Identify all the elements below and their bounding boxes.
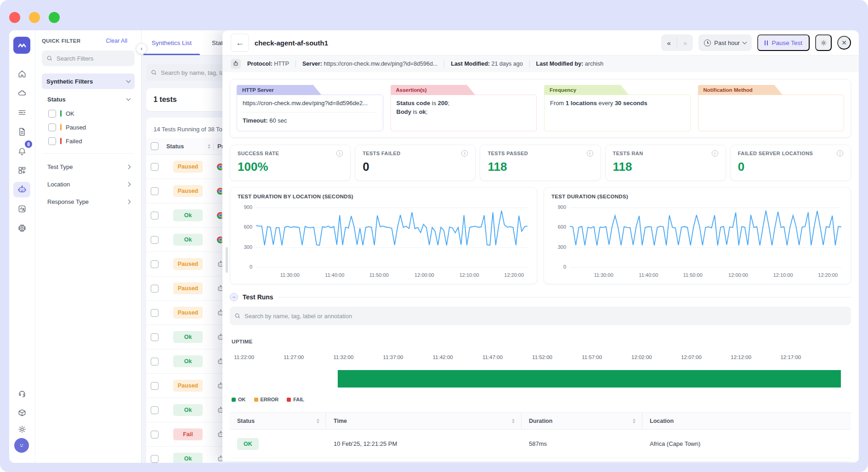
- filter-group-row[interactable]: Location: [42, 177, 135, 191]
- time-column-header[interactable]: Time: [334, 418, 347, 424]
- location-column-header[interactable]: Location: [650, 418, 674, 424]
- collapse-panel-button[interactable]: ‹: [136, 43, 147, 54]
- frequency-lines: From 1 locations every 30 seconds: [544, 95, 691, 131]
- chart-plot: 9006003000: [570, 208, 841, 267]
- maximize-window-button[interactable]: [49, 12, 60, 23]
- settings-gear-icon[interactable]: [13, 421, 30, 437]
- y-axis-tick: 300: [238, 244, 252, 250]
- row-checkbox[interactable]: [151, 163, 159, 171]
- collapse-section-icon[interactable]: −: [230, 293, 238, 301]
- frequency-tab: Frequency: [544, 85, 629, 95]
- sort-icon[interactable]: [317, 419, 319, 423]
- row-checkbox[interactable]: [151, 382, 159, 390]
- x-axis-tick: 12:00:00: [414, 272, 434, 278]
- integrations-icon[interactable]: [13, 163, 30, 178]
- info-icon[interactable]: i: [712, 150, 718, 157]
- uptime-timeline[interactable]: [230, 370, 851, 388]
- filter-group-row[interactable]: Response Type: [42, 194, 135, 209]
- status-option-label: OK: [66, 110, 74, 117]
- sort-icon[interactable]: [512, 419, 515, 423]
- infrastructure-chip-icon[interactable]: [13, 220, 30, 236]
- synthetic-filters-section[interactable]: Synthetic Filters: [42, 73, 135, 89]
- duration-column-header[interactable]: Duration: [529, 418, 552, 424]
- cloud-icon[interactable]: [13, 85, 30, 101]
- test-runs-search[interactable]: [230, 307, 851, 325]
- filter-group-label: Test Type: [47, 163, 73, 170]
- uptime-label: UPTIME: [232, 339, 253, 344]
- status-option-row[interactable]: Paused: [42, 120, 135, 134]
- runs-rows: OK 10 Feb'25, 12:21:25 PM 587ms Africa (…: [230, 430, 851, 458]
- chevron-right-icon: [126, 199, 131, 204]
- notification-lines: [698, 95, 845, 131]
- next-button[interactable]: »: [677, 39, 693, 47]
- status-column-header[interactable]: Status: [237, 418, 255, 424]
- rum-monitor-icon[interactable]: [13, 201, 30, 217]
- info-icon[interactable]: i: [587, 150, 593, 157]
- x-axis-tick: 11:40:00: [325, 272, 344, 278]
- alerts-bell-icon[interactable]: 8: [13, 143, 30, 159]
- sort-icon[interactable]: [208, 144, 210, 149]
- home-icon[interactable]: [13, 66, 30, 82]
- stat-label: SUCCESS RATE: [238, 151, 279, 156]
- checkbox[interactable]: [48, 110, 56, 118]
- checkbox[interactable]: [48, 137, 56, 145]
- row-checkbox[interactable]: [151, 309, 159, 317]
- test-runs-search-input[interactable]: [244, 313, 846, 320]
- uptime-tick: 11:27:00: [284, 354, 304, 360]
- uptime-tick: 11:52:00: [532, 354, 552, 360]
- row-checkbox[interactable]: [151, 406, 159, 414]
- checkbox[interactable]: [48, 124, 56, 131]
- info-icon[interactable]: i: [837, 150, 843, 157]
- filter-search-input[interactable]: [57, 55, 130, 62]
- logs-icon[interactable]: [13, 105, 30, 120]
- previous-button[interactable]: «: [661, 39, 677, 47]
- clear-all-link[interactable]: Clear All: [106, 38, 127, 44]
- notification-method-card: Notification Method: [698, 85, 845, 132]
- tab-synthetics-list[interactable]: Synthetics List: [142, 30, 202, 55]
- close-window-button[interactable]: [9, 12, 20, 23]
- x-axis-tick: 12:00:00: [728, 272, 748, 278]
- chevron-down-icon: [743, 40, 747, 45]
- middleware-logo[interactable]: [13, 37, 30, 54]
- row-checkbox[interactable]: [151, 285, 159, 292]
- time-range-selector[interactable]: Past hour: [698, 34, 752, 51]
- row-checkbox[interactable]: [151, 333, 159, 341]
- chevron-down-icon: [126, 79, 131, 83]
- status-filter-group[interactable]: Status: [42, 92, 135, 107]
- row-checkbox[interactable]: [151, 187, 159, 195]
- filter-group-row[interactable]: Test Type: [42, 159, 135, 174]
- status-option-row[interactable]: Failed: [42, 134, 135, 148]
- test-run-row[interactable]: OK 10 Feb'25, 12:21:25 PM 587ms Africa (…: [230, 430, 851, 458]
- status-column-header[interactable]: Status: [166, 143, 184, 150]
- scrollbar-thumb[interactable]: [226, 247, 228, 273]
- minimize-window-button[interactable]: [29, 12, 40, 23]
- support-headset-icon[interactable]: [13, 386, 30, 401]
- stat-card: TESTS RAN i 118: [605, 145, 726, 181]
- uptime-segment-ok[interactable]: [338, 370, 841, 388]
- row-checkbox[interactable]: [151, 358, 159, 365]
- back-button[interactable]: ←: [231, 34, 249, 52]
- row-checkbox[interactable]: [151, 260, 159, 268]
- synthetics-bot-icon[interactable]: [13, 182, 30, 197]
- pause-test-button[interactable]: Pause Test: [757, 34, 810, 51]
- row-checkbox[interactable]: [151, 236, 159, 244]
- settings-gear-button[interactable]: [815, 34, 832, 51]
- sort-icon[interactable]: [633, 419, 635, 423]
- row-checkbox[interactable]: [151, 431, 159, 438]
- status-option-row[interactable]: OK: [42, 107, 135, 120]
- status-badge: Ok: [173, 331, 203, 343]
- status-badge: Paused: [173, 307, 203, 319]
- package-box-icon[interactable]: [13, 405, 30, 421]
- row-checkbox[interactable]: [151, 212, 159, 219]
- document-icon[interactable]: [13, 124, 30, 140]
- row-checkbox[interactable]: [151, 455, 159, 463]
- user-avatar[interactable]: [14, 438, 29, 453]
- info-icon[interactable]: i: [461, 150, 468, 157]
- y-axis-tick: 0: [551, 264, 566, 270]
- filter-search[interactable]: [42, 51, 135, 66]
- close-panel-button[interactable]: ✕: [837, 36, 851, 50]
- legend-label: OK: [238, 397, 246, 402]
- info-icon[interactable]: i: [336, 150, 343, 157]
- divider: [529, 60, 530, 67]
- select-all-checkbox[interactable]: [151, 142, 159, 150]
